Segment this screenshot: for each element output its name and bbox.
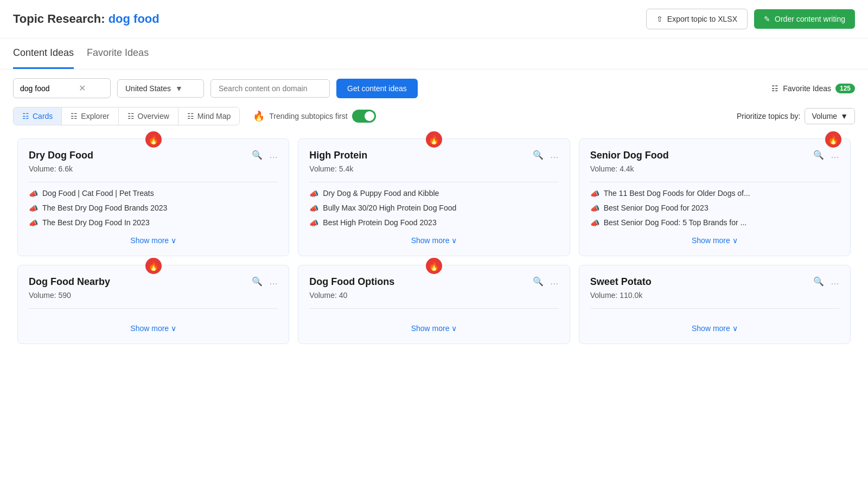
card-volume: Volume: 5.4k <box>309 164 558 173</box>
list-item: 📣 Best Senior Dog Food for 2023 <box>590 204 839 213</box>
favorite-count-badge: 125 <box>835 84 855 93</box>
search-icon[interactable]: 🔍 <box>252 276 263 287</box>
cards-grid: 🔥 Dry Dog Food 🔍 … Volume: 6.6k 📣 Dog Fo… <box>0 134 868 361</box>
show-more-button[interactable]: Show more ∨ <box>29 324 278 333</box>
search-icon[interactable]: 🔍 <box>533 276 544 287</box>
card-actions: 🔍 … <box>252 276 278 287</box>
explorer-view-button[interactable]: ☷ Explorer <box>62 107 118 125</box>
card-volume: Volume: 4.4k <box>590 164 839 173</box>
card-header: Senior Dog Food 🔍 … <box>590 150 839 161</box>
list-item: 📣 Best Senior Dog Food: 5 Top Brands for… <box>590 218 839 227</box>
megaphone-icon: 📣 <box>309 219 318 227</box>
trending-toggle[interactable] <box>352 110 376 123</box>
country-dropdown[interactable]: United States ▼ <box>117 79 204 98</box>
list-item: 📣 The 11 Best Dog Foods for Older Dogs o… <box>590 189 839 198</box>
card-actions: 🔍 … <box>813 276 839 287</box>
card-actions: 🔍 … <box>813 150 839 160</box>
domain-search-input[interactable] <box>210 79 330 98</box>
list-item: 📣 The Best Dry Dog Food In 2023 <box>29 218 278 227</box>
show-more-button[interactable]: Show more ∨ <box>309 236 558 245</box>
clear-icon[interactable]: ✕ <box>79 83 86 93</box>
overview-view-button[interactable]: ☷ Overview <box>119 107 178 125</box>
list-item: 📣 Bully Max 30/20 High Protein Dog Food <box>309 204 558 213</box>
search-icon[interactable]: 🔍 <box>533 150 544 160</box>
edit-icon: ✎ <box>764 15 770 23</box>
card-dog-food-nearby: 🔥 Dog Food Nearby 🔍 … Volume: 590 Show m… <box>17 265 289 344</box>
view-buttons: ☷ Cards ☷ Explorer ☷ Overview ☷ Mind Map <box>13 107 240 125</box>
megaphone-icon: 📣 <box>29 219 38 227</box>
card-header: Sweet Potato 🔍 … <box>590 276 839 288</box>
more-icon[interactable]: … <box>831 150 839 160</box>
keyword-search-box[interactable]: ✕ <box>13 78 111 98</box>
more-icon[interactable]: … <box>831 277 839 287</box>
search-icon[interactable]: 🔍 <box>813 276 824 287</box>
megaphone-icon: 📣 <box>29 204 38 213</box>
favorite-ideas-link[interactable]: ☷ Favorite Ideas 125 <box>771 84 855 93</box>
card-divider <box>309 182 558 182</box>
megaphone-icon: 📣 <box>309 204 318 213</box>
get-content-ideas-button[interactable]: Get content ideas <box>336 79 418 98</box>
card-divider <box>29 308 278 309</box>
card-items: 📣 Dog Food | Cat Food | Pet Treats 📣 The… <box>29 189 278 227</box>
more-icon[interactable]: … <box>269 277 278 287</box>
list-item: 📣 Best High Protein Dog Food 2023 <box>309 218 558 227</box>
mindmap-icon: ☷ <box>187 112 194 120</box>
card-dog-food-options: 🔥 Dog Food Options 🔍 … Volume: 40 Show m… <box>298 265 570 344</box>
trending-flame-badge: 🔥 <box>145 258 162 274</box>
card-title: Dog Food Options <box>309 276 394 288</box>
export-button[interactable]: ⇧ Export topic to XLSX <box>646 9 748 29</box>
list-item: 📣 The Best Dry Dog Food Brands 2023 <box>29 204 278 213</box>
cards-icon: ☷ <box>22 112 29 120</box>
fire-icon: 🔥 <box>253 110 265 122</box>
view-controls-bar: ☷ Cards ☷ Explorer ☷ Overview ☷ Mind Map… <box>0 107 868 134</box>
show-more-button[interactable]: Show more ∨ <box>309 324 558 333</box>
show-more-button[interactable]: Show more ∨ <box>29 236 278 245</box>
tab-content-ideas[interactable]: Content Ideas <box>13 39 74 69</box>
card-high-protein: 🔥 High Protein 🔍 … Volume: 5.4k 📣 Dry Do… <box>298 138 570 256</box>
card-senior-dog-food: 🔥 Senior Dog Food 🔍 … Volume: 4.4k 📣 The… <box>579 138 851 256</box>
card-actions: 🔍 … <box>252 150 278 160</box>
megaphone-icon: 📣 <box>590 189 599 198</box>
card-title: High Protein <box>309 150 367 161</box>
card-title: Senior Dog Food <box>590 150 669 161</box>
prioritize-dropdown[interactable]: Volume ▼ <box>805 108 855 124</box>
card-header: Dog Food Nearby 🔍 … <box>29 276 278 288</box>
order-button[interactable]: ✎ Order content writing <box>754 9 855 29</box>
keyword-input[interactable] <box>20 84 74 93</box>
cards-view-button[interactable]: ☷ Cards <box>14 107 62 125</box>
card-title: Sweet Potato <box>590 276 652 288</box>
more-icon[interactable]: … <box>269 150 278 160</box>
table-icon: ☷ <box>71 112 78 120</box>
topic-keyword: dog food <box>108 12 159 26</box>
megaphone-icon: 📣 <box>29 189 38 198</box>
trending-flame-badge: 🔥 <box>426 131 442 148</box>
show-more-button[interactable]: Show more ∨ <box>590 236 839 245</box>
megaphone-icon: 📣 <box>309 189 318 198</box>
trending-flame-badge: 🔥 <box>145 131 162 148</box>
megaphone-icon: 📣 <box>590 219 599 227</box>
card-header: Dog Food Options 🔍 … <box>309 276 558 288</box>
tabs-bar: Content Ideas Favorite Ideas <box>0 39 868 69</box>
card-volume: Volume: 590 <box>29 291 278 300</box>
trending-flame-badge: 🔥 <box>426 258 442 274</box>
show-more-button[interactable]: Show more ∨ <box>590 324 839 333</box>
search-icon[interactable]: 🔍 <box>252 150 263 160</box>
more-icon[interactable]: … <box>550 277 559 287</box>
mindmap-view-button[interactable]: ☷ Mind Map <box>178 107 239 125</box>
card-title: Dry Dog Food <box>29 150 93 161</box>
more-icon[interactable]: … <box>550 150 559 160</box>
card-header: Dry Dog Food 🔍 … <box>29 150 278 161</box>
list-item: 📣 Dry Dog & Puppy Food and Kibble <box>309 189 558 198</box>
card-actions: 🔍 … <box>533 276 559 287</box>
card-header: High Protein 🔍 … <box>309 150 558 161</box>
overview-icon: ☷ <box>127 112 135 120</box>
tab-favorite-ideas[interactable]: Favorite Ideas <box>87 39 149 69</box>
card-volume: Volume: 40 <box>309 291 558 300</box>
search-icon[interactable]: 🔍 <box>813 150 824 160</box>
card-divider <box>590 182 839 182</box>
page-title: Topic Research: dog food <box>13 12 159 26</box>
card-actions: 🔍 … <box>533 150 559 160</box>
export-icon: ⇧ <box>656 15 663 23</box>
megaphone-icon: 📣 <box>590 204 599 213</box>
page-header: Topic Research: dog food ⇧ Export topic … <box>0 0 868 39</box>
